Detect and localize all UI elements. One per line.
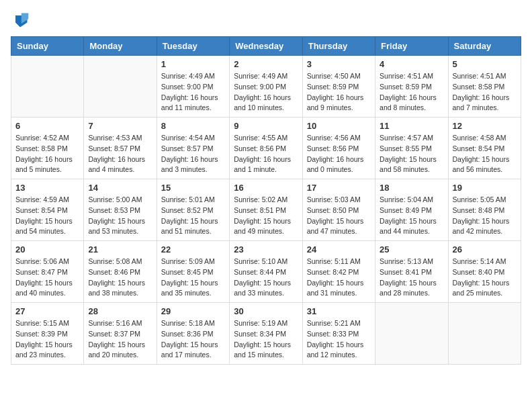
day-number: 10	[307, 121, 371, 131]
day-number: 23	[234, 244, 298, 255]
day-number: 24	[307, 244, 371, 255]
calendar-week-row: 27Sunrise: 5:15 AMSunset: 8:39 PMDayligh…	[11, 303, 521, 365]
day-detail: Sunrise: 5:13 AMSunset: 8:41 PMDaylight:…	[380, 257, 443, 299]
logo-icon	[11, 11, 30, 30]
calendar-cell: 16Sunrise: 5:02 AMSunset: 8:51 PMDayligh…	[230, 179, 302, 241]
day-detail: Sunrise: 4:53 AMSunset: 8:57 PMDaylight:…	[88, 133, 152, 175]
calendar-cell: 9Sunrise: 4:55 AMSunset: 8:56 PMDaylight…	[230, 118, 302, 179]
calendar-cell: 8Sunrise: 4:54 AMSunset: 8:57 PMDaylight…	[157, 118, 229, 179]
day-detail: Sunrise: 4:51 AMSunset: 8:58 PMDaylight:…	[453, 71, 517, 113]
calendar-cell: 10Sunrise: 4:56 AMSunset: 8:56 PMDayligh…	[302, 118, 375, 179]
calendar-cell: 13Sunrise: 4:59 AMSunset: 8:54 PMDayligh…	[11, 179, 84, 241]
calendar-cell: 14Sunrise: 5:00 AMSunset: 8:53 PMDayligh…	[84, 179, 157, 241]
calendar-cell: 7Sunrise: 4:53 AMSunset: 8:57 PMDaylight…	[84, 118, 157, 179]
day-detail: Sunrise: 5:00 AMSunset: 8:53 PMDaylight:…	[88, 195, 152, 237]
day-number: 6	[15, 121, 79, 131]
day-number: 18	[380, 183, 443, 193]
calendar-cell: 19Sunrise: 5:05 AMSunset: 8:48 PMDayligh…	[448, 179, 521, 241]
day-detail: Sunrise: 4:49 AMSunset: 9:00 PMDaylight:…	[234, 71, 298, 113]
day-detail: Sunrise: 5:14 AMSunset: 8:40 PMDaylight:…	[453, 257, 517, 299]
calendar-cell: 26Sunrise: 5:14 AMSunset: 8:40 PMDayligh…	[448, 241, 521, 303]
day-number: 3	[307, 59, 371, 69]
day-detail: Sunrise: 4:55 AMSunset: 8:56 PMDaylight:…	[234, 133, 298, 175]
day-number: 8	[161, 121, 225, 131]
calendar-cell: 12Sunrise: 4:58 AMSunset: 8:54 PMDayligh…	[448, 118, 521, 179]
weekday-header-row: SundayMondayTuesdayWednesdayThursdayFrid…	[11, 37, 521, 56]
day-number: 13	[15, 183, 79, 193]
day-detail: Sunrise: 5:11 AMSunset: 8:42 PMDaylight:…	[307, 257, 371, 299]
day-detail: Sunrise: 5:06 AMSunset: 8:47 PMDaylight:…	[15, 257, 79, 299]
calendar-cell: 22Sunrise: 5:09 AMSunset: 8:45 PMDayligh…	[157, 241, 229, 303]
day-detail: Sunrise: 5:21 AMSunset: 8:33 PMDaylight:…	[307, 318, 371, 361]
calendar-cell	[375, 303, 448, 365]
calendar-cell	[84, 56, 157, 118]
calendar-cell: 4Sunrise: 4:51 AMSunset: 8:59 PMDaylight…	[375, 56, 448, 118]
day-number: 19	[453, 183, 517, 193]
day-detail: Sunrise: 5:16 AMSunset: 8:37 PMDaylight:…	[88, 318, 152, 361]
day-detail: Sunrise: 5:01 AMSunset: 8:52 PMDaylight:…	[161, 195, 225, 237]
day-detail: Sunrise: 5:04 AMSunset: 8:49 PMDaylight:…	[380, 195, 443, 237]
page-header	[11, 11, 521, 30]
calendar-cell: 24Sunrise: 5:11 AMSunset: 8:42 PMDayligh…	[302, 241, 375, 303]
day-detail: Sunrise: 5:15 AMSunset: 8:39 PMDaylight:…	[15, 318, 79, 361]
calendar-cell: 18Sunrise: 5:04 AMSunset: 8:49 PMDayligh…	[375, 179, 448, 241]
calendar-cell: 21Sunrise: 5:08 AMSunset: 8:46 PMDayligh…	[84, 241, 157, 303]
day-detail: Sunrise: 4:56 AMSunset: 8:56 PMDaylight:…	[307, 133, 371, 175]
weekday-header-thursday: Thursday	[302, 37, 375, 56]
calendar-week-row: 13Sunrise: 4:59 AMSunset: 8:54 PMDayligh…	[11, 179, 521, 241]
day-detail: Sunrise: 5:18 AMSunset: 8:36 PMDaylight:…	[161, 318, 225, 361]
day-detail: Sunrise: 5:09 AMSunset: 8:45 PMDaylight:…	[161, 257, 225, 299]
day-number: 22	[161, 244, 225, 255]
day-number: 20	[15, 244, 79, 255]
calendar-cell: 2Sunrise: 4:49 AMSunset: 9:00 PMDaylight…	[230, 56, 302, 118]
day-number: 7	[88, 121, 152, 131]
calendar-cell	[448, 303, 521, 365]
day-detail: Sunrise: 5:10 AMSunset: 8:44 PMDaylight:…	[234, 257, 298, 299]
calendar-cell: 6Sunrise: 4:52 AMSunset: 8:58 PMDaylight…	[11, 118, 84, 179]
calendar-cell: 5Sunrise: 4:51 AMSunset: 8:58 PMDaylight…	[448, 56, 521, 118]
calendar-table: SundayMondayTuesdayWednesdayThursdayFrid…	[11, 36, 521, 365]
day-detail: Sunrise: 5:19 AMSunset: 8:34 PMDaylight:…	[234, 318, 298, 361]
day-detail: Sunrise: 4:49 AMSunset: 9:00 PMDaylight:…	[161, 71, 225, 113]
day-number: 15	[161, 183, 225, 193]
day-number: 14	[88, 183, 152, 193]
day-number: 2	[234, 59, 298, 69]
calendar-week-row: 6Sunrise: 4:52 AMSunset: 8:58 PMDaylight…	[11, 118, 521, 179]
day-number: 11	[380, 121, 443, 131]
calendar-cell: 11Sunrise: 4:57 AMSunset: 8:55 PMDayligh…	[375, 118, 448, 179]
day-number: 25	[380, 244, 443, 255]
weekday-header-monday: Monday	[84, 37, 157, 56]
day-number: 31	[307, 306, 371, 316]
day-number: 4	[380, 59, 443, 69]
calendar-cell: 3Sunrise: 4:50 AMSunset: 8:59 PMDaylight…	[302, 56, 375, 118]
day-number: 27	[15, 306, 79, 316]
calendar-cell: 30Sunrise: 5:19 AMSunset: 8:34 PMDayligh…	[230, 303, 302, 365]
logo	[11, 11, 32, 30]
weekday-header-tuesday: Tuesday	[157, 37, 229, 56]
day-detail: Sunrise: 4:50 AMSunset: 8:59 PMDaylight:…	[307, 71, 371, 113]
day-detail: Sunrise: 4:54 AMSunset: 8:57 PMDaylight:…	[161, 133, 225, 175]
day-detail: Sunrise: 4:52 AMSunset: 8:58 PMDaylight:…	[15, 133, 79, 175]
calendar-cell: 28Sunrise: 5:16 AMSunset: 8:37 PMDayligh…	[84, 303, 157, 365]
day-detail: Sunrise: 5:05 AMSunset: 8:48 PMDaylight:…	[453, 195, 517, 237]
calendar-cell: 1Sunrise: 4:49 AMSunset: 9:00 PMDaylight…	[157, 56, 229, 118]
calendar-week-row: 20Sunrise: 5:06 AMSunset: 8:47 PMDayligh…	[11, 241, 521, 303]
calendar-cell	[11, 56, 84, 118]
day-number: 12	[453, 121, 517, 131]
day-number: 17	[307, 183, 371, 193]
day-detail: Sunrise: 5:03 AMSunset: 8:50 PMDaylight:…	[307, 195, 371, 237]
day-number: 30	[234, 306, 298, 316]
calendar-week-row: 1Sunrise: 4:49 AMSunset: 9:00 PMDaylight…	[11, 56, 521, 118]
calendar-cell: 17Sunrise: 5:03 AMSunset: 8:50 PMDayligh…	[302, 179, 375, 241]
weekday-header-sunday: Sunday	[11, 37, 84, 56]
day-number: 26	[453, 244, 517, 255]
calendar-cell: 31Sunrise: 5:21 AMSunset: 8:33 PMDayligh…	[302, 303, 375, 365]
day-detail: Sunrise: 4:59 AMSunset: 8:54 PMDaylight:…	[15, 195, 79, 237]
calendar-cell: 25Sunrise: 5:13 AMSunset: 8:41 PMDayligh…	[375, 241, 448, 303]
day-number: 28	[88, 306, 152, 316]
calendar-cell: 20Sunrise: 5:06 AMSunset: 8:47 PMDayligh…	[11, 241, 84, 303]
day-detail: Sunrise: 4:51 AMSunset: 8:59 PMDaylight:…	[380, 71, 443, 113]
day-number: 9	[234, 121, 298, 131]
day-detail: Sunrise: 4:57 AMSunset: 8:55 PMDaylight:…	[380, 133, 443, 175]
day-number: 1	[161, 59, 225, 69]
